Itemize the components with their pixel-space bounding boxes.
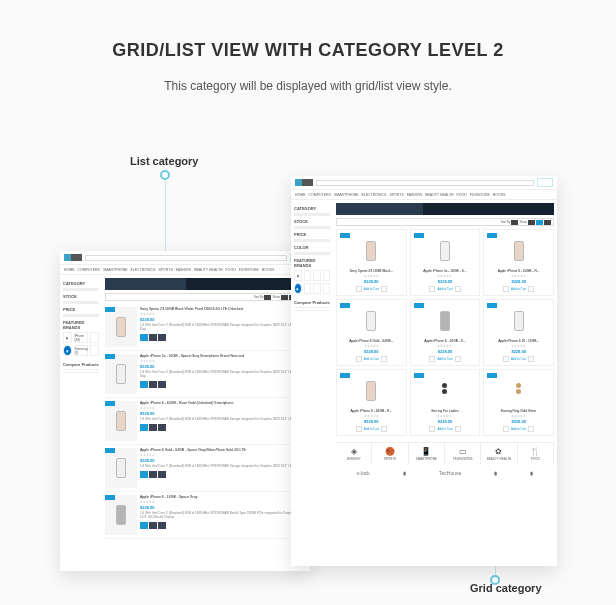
product-price: $228.00 [140, 458, 307, 463]
brand-logo[interactable]: ⬮ [63, 332, 72, 343]
list-item[interactable]: Apple iPhone 5s - 16GB - Space Gray Smar… [105, 351, 307, 398]
sale-badge-icon [340, 373, 350, 378]
show-select[interactable] [528, 220, 535, 225]
sale-badge-icon [487, 233, 497, 238]
show-select[interactable] [281, 295, 288, 300]
nav-item[interactable]: FOOD [226, 268, 236, 272]
nav-item[interactable]: FURNITURE [239, 268, 259, 272]
brand-logo[interactable] [323, 283, 331, 294]
add-to-cart-button[interactable]: Add to Cart [414, 356, 477, 362]
search-input[interactable] [85, 255, 287, 261]
grid-item[interactable]: Sony Xperia Z3 16GB Black... ★★★★★ $228.… [336, 229, 407, 296]
brand-logo[interactable]: ⬮ [294, 270, 302, 281]
rating-stars-icon: ★★★★★ [414, 414, 477, 418]
wishlist-button[interactable] [149, 381, 157, 388]
grid-item[interactable]: Earring Ring Gold Silver ★★★★★ $228.00 A… [483, 369, 554, 436]
brand-logo[interactable] [313, 283, 321, 294]
nav-item[interactable]: SPORTS [389, 193, 403, 197]
grid-item[interactable]: Apple iPhone 6 - 64GB - R... ★★★★★ $228.… [483, 229, 554, 296]
list-item[interactable]: Apple iPhone 6 - 16GB - Space Gray ★★★★★… [105, 492, 307, 539]
sidebar-featured-title: FEATURED BRANDS [294, 258, 330, 268]
add-to-cart-button[interactable]: Add to Cart [340, 286, 403, 292]
footer-category[interactable]: 📱SMARTPHONE [409, 443, 445, 465]
brand-logo[interactable] [90, 345, 99, 356]
add-to-cart-button[interactable] [140, 334, 148, 341]
nav-item[interactable]: ELECTRONICS [362, 193, 387, 197]
sort-select[interactable] [511, 220, 518, 225]
nav-item[interactable]: FURNITURE [470, 193, 490, 197]
grid-item[interactable]: Earring For Ladies ★★★★★ $228.00 Add to … [410, 369, 481, 436]
grid-category-label: Grid category [470, 582, 542, 594]
footer-category[interactable]: 🏀SPORTS [372, 443, 408, 465]
nav-item[interactable]: BEAUTY HEALTH [425, 193, 453, 197]
nav-item[interactable]: BEAUTY HEALTH [194, 268, 222, 272]
list-view-button[interactable] [544, 220, 551, 225]
wishlist-button[interactable] [149, 424, 157, 431]
brand-logo[interactable]: Samsung (7) [74, 345, 89, 356]
list-item[interactable]: Sony Xperia Z3 16GB Black Water Proof D6… [105, 304, 307, 351]
list-preview-screenshot: HOMECOMPUTERSSMARTPHONEELECTRONICSSPORTS… [60, 251, 310, 571]
brand-logo[interactable] [323, 270, 331, 281]
brand-logo[interactable] [313, 270, 321, 281]
brand-logo[interactable]: iPhone (13) [74, 332, 89, 343]
nav-item[interactable]: BOOKS [262, 268, 274, 272]
compare-button[interactable] [158, 522, 166, 529]
compare-button[interactable] [158, 381, 166, 388]
wishlist-button[interactable] [149, 471, 157, 478]
add-to-cart-button[interactable]: Add to Cart [414, 286, 477, 292]
footer-category[interactable]: ◈JEWELRY [336, 443, 372, 465]
sort-select[interactable] [264, 295, 271, 300]
grid-item[interactable]: Apple iPhone 6 16 - 16GB... ★★★★★ $228.0… [483, 299, 554, 366]
list-item[interactable]: Apple iPhone 6 Gold - 64GB - Space Gray/… [105, 445, 307, 492]
grid-view-button[interactable] [536, 220, 543, 225]
rating-stars-icon: ★★★★★ [140, 312, 307, 316]
brand-logo[interactable] [90, 332, 99, 343]
category-icon: 🏀 [385, 447, 394, 456]
add-to-cart-button[interactable]: Add to Cart [414, 426, 477, 432]
add-to-cart-button[interactable] [140, 471, 148, 478]
nav-item[interactable]: FASHION [407, 193, 422, 197]
brand-logo-dell[interactable]: ◉ [294, 283, 302, 294]
wishlist-button[interactable] [149, 522, 157, 529]
nav-item[interactable]: SMARTPHONE [334, 193, 359, 197]
wishlist-button[interactable] [149, 334, 157, 341]
footer-brand-logo: ⬮ [530, 470, 533, 477]
sale-badge-icon [487, 373, 497, 378]
add-to-cart-button[interactable]: Add to Cart [487, 286, 550, 292]
grid-item[interactable]: Apple iPhone 6 - 16GB - S... ★★★★★ $228.… [410, 299, 481, 366]
nav-item[interactable]: SMARTPHONE [103, 268, 128, 272]
footer-category[interactable]: ▭TELEVISIONS [445, 443, 481, 465]
nav-item[interactable]: HOME [64, 268, 75, 272]
compare-button[interactable] [158, 471, 166, 478]
grid-item[interactable]: Apple iPhone 5s - 16GB - S... ★★★★★ $228… [410, 229, 481, 296]
add-to-cart-button[interactable]: Add to Cart [487, 426, 550, 432]
rating-stars-icon: ★★★★★ [140, 453, 307, 457]
add-to-cart-button[interactable] [140, 424, 148, 431]
grid-item[interactable]: Apple iPhone 6 Gold - 64GB... ★★★★★ $228… [336, 299, 407, 366]
nav-item[interactable]: ELECTRONICS [131, 268, 156, 272]
footer-category[interactable]: 🍴FOOD [518, 443, 554, 465]
compare-button[interactable] [158, 334, 166, 341]
grid-item[interactable]: Apple iPhone 6 - 64GB - R... ★★★★★ $228.… [336, 369, 407, 436]
compare-button[interactable] [158, 424, 166, 431]
add-to-cart-button[interactable] [140, 522, 148, 529]
nav-item[interactable]: FOOD [457, 193, 467, 197]
add-to-cart-button[interactable]: Add to Cart [340, 426, 403, 432]
nav-item[interactable]: FASHION [176, 268, 191, 272]
phone-icon [116, 505, 126, 525]
search-input[interactable] [316, 180, 534, 186]
nav-item[interactable]: COMPUTERS [78, 268, 100, 272]
nav-item[interactable]: HOME [295, 193, 306, 197]
footer-category[interactable]: ✿BEAUTY HEALTH [481, 443, 517, 465]
add-to-cart-button[interactable]: Add to Cart [340, 356, 403, 362]
cart-icon[interactable] [537, 178, 553, 187]
nav-item[interactable]: BOOKS [493, 193, 505, 197]
brand-logo-dell[interactable]: ◉ [63, 345, 72, 356]
brand-logo[interactable] [304, 283, 312, 294]
add-to-cart-button[interactable]: Add to Cart [487, 356, 550, 362]
add-to-cart-button[interactable] [140, 381, 148, 388]
nav-item[interactable]: COMPUTERS [309, 193, 331, 197]
nav-item[interactable]: SPORTS [158, 268, 172, 272]
list-item[interactable]: Apple iPhone 6 - 64GB - Rose Gold (Unloc… [105, 398, 307, 445]
brand-logo[interactable] [304, 270, 312, 281]
